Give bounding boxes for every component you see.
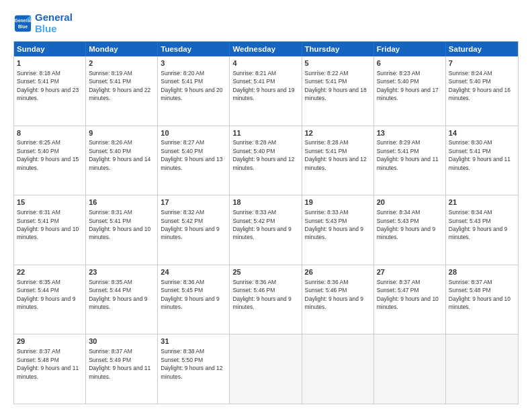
day-cell-15: 15 Sunrise: 8:31 AM Sunset: 5:41 PM Dayl… (14, 195, 86, 265)
sunrise-info: Sunrise: 8:38 AM (161, 348, 204, 355)
sunrise-info: Sunrise: 8:37 AM (17, 348, 60, 355)
day-number: 20 (377, 197, 443, 208)
sunrise-info: Sunrise: 8:26 AM (89, 139, 132, 146)
day-cell-17: 17 Sunrise: 8:32 AM Sunset: 5:42 PM Dayl… (158, 195, 230, 265)
day-number: 12 (305, 128, 371, 138)
day-cell-10: 10 Sunrise: 8:27 AM Sunset: 5:40 PM Dayl… (158, 126, 230, 195)
sunrise-info: Sunrise: 8:33 AM (232, 209, 276, 216)
day-cell-9: 9 Sunrise: 8:26 AM Sunset: 5:40 PM Dayli… (86, 126, 158, 195)
empty-cell (374, 334, 446, 404)
sunset-info: Sunset: 5:40 PM (89, 148, 131, 154)
header-day-tuesday: Tuesday (158, 42, 230, 56)
day-number: 22 (17, 267, 83, 277)
day-cell-6: 6 Sunrise: 8:23 AM Sunset: 5:40 PM Dayli… (374, 56, 446, 126)
day-cell-20: 20 Sunrise: 8:34 AM Sunset: 5:43 PM Dayl… (374, 195, 446, 265)
header-day-wednesday: Wednesday (230, 42, 302, 56)
sunset-info: Sunset: 5:41 PM (89, 78, 131, 85)
calendar-header: SundayMondayTuesdayWednesdayThursdayFrid… (14, 42, 518, 56)
day-number: 30 (89, 336, 154, 347)
day-cell-29: 29 Sunrise: 8:37 AM Sunset: 5:48 PM Dayl… (14, 334, 86, 404)
daylight-info: Daylight: 9 hours and 9 minutes. (17, 295, 75, 310)
day-cell-3: 3 Sunrise: 8:20 AM Sunset: 5:41 PM Dayli… (158, 56, 230, 126)
daylight-info: Daylight: 9 hours and 10 minutes. (17, 226, 79, 240)
day-cell-31: 31 Sunrise: 8:38 AM Sunset: 5:50 PM Dayl… (158, 334, 230, 404)
day-number: 17 (161, 197, 226, 208)
sunset-info: Sunset: 5:43 PM (305, 218, 347, 224)
sunset-info: Sunset: 5:41 PM (89, 218, 131, 224)
sunset-info: Sunset: 5:45 PM (161, 287, 203, 293)
day-cell-4: 4 Sunrise: 8:21 AM Sunset: 5:41 PM Dayli… (230, 56, 302, 126)
day-number: 19 (305, 197, 371, 208)
day-cell-5: 5 Sunrise: 8:22 AM Sunset: 5:41 PM Dayli… (302, 56, 374, 126)
sunset-info: Sunset: 5:40 PM (377, 78, 419, 85)
day-cell-8: 8 Sunrise: 8:25 AM Sunset: 5:40 PM Dayli… (14, 126, 86, 195)
sunrise-info: Sunrise: 8:31 AM (89, 209, 132, 216)
sunset-info: Sunset: 5:41 PM (161, 78, 203, 85)
sunrise-info: Sunrise: 8:19 AM (89, 70, 132, 77)
header-day-monday: Monday (86, 42, 158, 56)
calendar-week-3: 15 Sunrise: 8:31 AM Sunset: 5:41 PM Dayl… (14, 195, 518, 265)
daylight-info: Daylight: 9 hours and 9 minutes. (161, 295, 219, 310)
sunset-info: Sunset: 5:48 PM (17, 357, 59, 363)
day-number: 26 (305, 267, 371, 277)
sunrise-info: Sunrise: 8:28 AM (232, 139, 276, 146)
sunset-info: Sunset: 5:49 PM (89, 357, 131, 363)
sunrise-info: Sunrise: 8:27 AM (161, 139, 204, 146)
day-cell-1: 1 Sunrise: 8:18 AM Sunset: 5:41 PM Dayli… (14, 56, 86, 126)
day-cell-21: 21 Sunrise: 8:34 AM Sunset: 5:43 PM Dayl… (446, 195, 518, 265)
day-cell-7: 7 Sunrise: 8:24 AM Sunset: 5:40 PM Dayli… (446, 56, 518, 126)
sunset-info: Sunset: 5:47 PM (377, 287, 419, 293)
daylight-info: Daylight: 9 hours and 12 minutes. (305, 156, 367, 171)
day-cell-25: 25 Sunrise: 8:36 AM Sunset: 5:46 PM Dayl… (230, 265, 302, 334)
sunset-info: Sunset: 5:40 PM (161, 148, 203, 154)
calendar-week-1: 1 Sunrise: 8:18 AM Sunset: 5:41 PM Dayli… (14, 56, 518, 126)
sunrise-info: Sunrise: 8:35 AM (89, 279, 132, 285)
sunrise-info: Sunrise: 8:18 AM (17, 70, 60, 77)
daylight-info: Daylight: 9 hours and 12 minutes. (161, 365, 222, 379)
svg-text:Blue: Blue (18, 24, 28, 28)
sunset-info: Sunset: 5:41 PM (17, 78, 59, 85)
daylight-info: Daylight: 9 hours and 10 minutes. (89, 226, 150, 240)
daylight-info: Daylight: 9 hours and 11 minutes. (377, 156, 439, 171)
sunrise-info: Sunrise: 8:31 AM (17, 209, 60, 216)
sunset-info: Sunset: 5:40 PM (232, 148, 275, 154)
daylight-info: Daylight: 9 hours and 11 minutes. (89, 365, 150, 379)
sunset-info: Sunset: 5:44 PM (17, 287, 59, 293)
sunrise-info: Sunrise: 8:36 AM (161, 279, 204, 285)
sunrise-info: Sunrise: 8:30 AM (449, 139, 492, 146)
day-cell-19: 19 Sunrise: 8:33 AM Sunset: 5:43 PM Dayl… (302, 195, 374, 265)
day-cell-11: 11 Sunrise: 8:28 AM Sunset: 5:40 PM Dayl… (230, 126, 302, 195)
day-number: 5 (305, 58, 371, 68)
sunrise-info: Sunrise: 8:22 AM (305, 70, 349, 77)
day-number: 29 (17, 336, 83, 347)
sunrise-info: Sunrise: 8:32 AM (161, 209, 204, 216)
calendar: SundayMondayTuesdayWednesdayThursdayFrid… (13, 41, 519, 404)
daylight-info: Daylight: 9 hours and 19 minutes. (232, 87, 294, 101)
day-number: 1 (17, 58, 83, 68)
day-number: 7 (449, 58, 515, 68)
sunrise-info: Sunrise: 8:37 AM (89, 348, 132, 355)
daylight-info: Daylight: 9 hours and 9 minutes. (89, 295, 147, 310)
daylight-info: Daylight: 9 hours and 10 minutes. (449, 295, 511, 310)
calendar-week-4: 22 Sunrise: 8:35 AM Sunset: 5:44 PM Dayl… (14, 265, 518, 335)
day-number: 24 (161, 267, 226, 277)
daylight-info: Daylight: 9 hours and 9 minutes. (232, 226, 291, 240)
sunset-info: Sunset: 5:46 PM (232, 287, 275, 293)
day-number: 11 (232, 128, 298, 138)
daylight-info: Daylight: 9 hours and 20 minutes. (161, 87, 222, 101)
sunrise-info: Sunrise: 8:29 AM (377, 139, 420, 146)
daylight-info: Daylight: 9 hours and 12 minutes. (232, 156, 294, 171)
day-number: 21 (449, 197, 515, 208)
day-number: 10 (161, 128, 226, 138)
sunrise-info: Sunrise: 8:24 AM (449, 70, 492, 77)
logo-text: General Blue (35, 12, 73, 34)
daylight-info: Daylight: 9 hours and 17 minutes. (377, 87, 439, 101)
sunrise-info: Sunrise: 8:23 AM (377, 70, 420, 77)
sunrise-info: Sunrise: 8:36 AM (232, 279, 276, 285)
day-number: 25 (232, 267, 298, 277)
daylight-info: Daylight: 9 hours and 11 minutes. (17, 365, 79, 379)
day-number: 9 (89, 128, 154, 138)
day-cell-30: 30 Sunrise: 8:37 AM Sunset: 5:49 PM Dayl… (86, 334, 158, 404)
daylight-info: Daylight: 9 hours and 9 minutes. (305, 226, 363, 240)
day-number: 2 (89, 58, 154, 68)
